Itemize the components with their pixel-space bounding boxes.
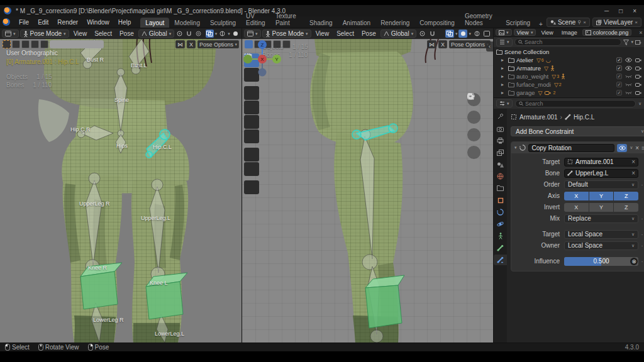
close-button[interactable]: × (633, 8, 636, 14)
mode-dropdown[interactable]: Pose Mode ▾ (262, 30, 311, 38)
maximize-button[interactable]: □ (619, 8, 623, 14)
proportional-edit-icon[interactable] (194, 30, 203, 38)
eye-open-icon[interactable] (625, 58, 632, 62)
tab-render[interactable] (494, 123, 507, 134)
tab-shading[interactable]: Shading (304, 18, 338, 28)
invert-y-toggle[interactable]: Y (589, 203, 614, 212)
tab-scripting[interactable]: Scripting (501, 18, 535, 28)
mode-dropdown[interactable]: Pose Mode ▾ (20, 30, 69, 38)
menu-render[interactable]: Render (53, 18, 82, 27)
invert-x-toggle[interactable]: X (564, 203, 589, 212)
panel-expand-icon[interactable]: ▾ (514, 145, 517, 150)
outliner-row-furface-modi[interactable]: ▸ furface_modi ▽2 ✓ (494, 80, 644, 89)
image-view-menu[interactable]: View (538, 30, 556, 36)
expand-icon[interactable]: ▸ (501, 82, 506, 87)
overlays-icon[interactable] (472, 30, 481, 38)
tab-texture-paint[interactable]: Texture Paint (270, 11, 304, 28)
pose-menu[interactable]: Pose (116, 30, 137, 37)
tab-tool[interactable] (494, 111, 507, 122)
tool-rotate[interactable] (244, 101, 259, 114)
tab-physics[interactable] (494, 219, 507, 229)
orientation-dropdown[interactable]: Global ▾ (138, 30, 174, 38)
overlays-icon[interactable] (218, 30, 226, 38)
editor-type-button[interactable]: ▾ (2, 30, 19, 38)
viewport-right-canvas[interactable]: Objects1 / 15 Bones1 / 110 (242, 39, 493, 343)
menu-help[interactable]: Help (114, 18, 136, 27)
tab-object-constraints[interactable] (494, 207, 507, 217)
camera-visibility-icon[interactable] (635, 82, 641, 87)
tab-sculpting[interactable]: Sculpting (205, 18, 241, 28)
perspective-toggle-button[interactable] (467, 146, 480, 159)
tool-pose-breakdowner[interactable] (244, 180, 259, 194)
shading-solid-icon[interactable] (458, 30, 467, 38)
space-owner-dropdown[interactable]: Local Space ∨ (564, 241, 638, 250)
blender-menu-icon[interactable] (3, 18, 10, 26)
outliner-row-atelier[interactable]: ▸ Atelier ▽6 ◡ ✓ (494, 56, 644, 64)
drag-handle-icon[interactable]: ≡ (641, 145, 644, 151)
animate-dot-icon[interactable]: · (638, 243, 644, 249)
expand-icon[interactable]: ▸ (501, 65, 506, 71)
editor-type-button[interactable]: ▾ (496, 29, 512, 36)
constraint-extras-icon[interactable]: ∨ (630, 145, 633, 150)
add-workspace-button[interactable]: + (535, 21, 547, 28)
camera-visibility-icon[interactable] (635, 74, 641, 79)
outliner-row-auto-weight[interactable]: ▸ auto_weight ▽3 ✓ (494, 72, 644, 80)
select-menu[interactable]: Select (333, 30, 357, 37)
tool-transform[interactable] (244, 129, 259, 143)
properties-search[interactable] (515, 100, 636, 107)
unlink-scene-icon[interactable]: × (583, 19, 586, 25)
eye-closed-icon[interactable] (625, 82, 632, 87)
snap-magnet-icon[interactable] (428, 30, 436, 38)
checkbox-icon[interactable]: ✓ (616, 57, 622, 63)
properties-search-input[interactable] (525, 101, 632, 107)
animate-dot-icon[interactable]: · (638, 216, 644, 222)
camera-visibility-icon[interactable] (635, 66, 641, 71)
axis-x-toggle[interactable]: X (564, 192, 589, 200)
pivot-point-button[interactable] (175, 30, 184, 38)
eye-closed-icon[interactable] (625, 90, 632, 95)
animate-dot-icon[interactable]: · (638, 182, 644, 188)
tab-compositing[interactable]: Compositing (414, 18, 460, 28)
checkbox-icon[interactable]: ✓ (616, 82, 622, 87)
expand-icon[interactable]: ▸ (501, 74, 506, 79)
checkbox-icon[interactable]: ✓ (616, 90, 622, 96)
tab-collection[interactable] (494, 183, 507, 194)
pose-menu[interactable]: Pose (358, 30, 379, 37)
scene-selector[interactable]: Scene ⚲ × (547, 18, 590, 27)
expand-icon[interactable]: ▸ (501, 90, 506, 96)
expand-icon[interactable]: ▸ (501, 57, 506, 63)
tab-view-layer[interactable] (494, 147, 507, 158)
render-preview-icon[interactable] (482, 30, 491, 38)
menu-file[interactable]: File (14, 18, 33, 27)
pin-scene-icon[interactable]: ⚲ (577, 19, 581, 25)
tab-layout[interactable]: Layout (140, 18, 169, 28)
constraint-enable-toggle[interactable] (617, 144, 627, 152)
unlink-image-icon[interactable]: × (639, 30, 642, 36)
shading-mode-icon[interactable] (231, 30, 240, 38)
editor-type-button[interactable]: ▾ (496, 99, 513, 107)
constraint-name-field[interactable]: Copy Rotation (528, 144, 615, 152)
clear-influence-icon[interactable]: ⊗ (630, 258, 638, 265)
eye-open-icon[interactable] (625, 66, 632, 70)
add-bone-constraint-button[interactable]: Add Bone Constraint ∨ (511, 126, 644, 136)
breadcrumb-object[interactable]: Armature.001 (519, 114, 558, 121)
viewlayer-selector[interactable]: ViewLayer × (592, 18, 641, 27)
tab-modeling[interactable]: Modeling (169, 18, 205, 28)
camera-view-button[interactable] (467, 128, 480, 141)
viewport-left-canvas[interactable]: User Orthographic [0] Armature.001 : Hip… (0, 39, 242, 343)
target-bone-field[interactable]: UpperLeg.L × (564, 169, 638, 178)
unlink-viewlayer-icon[interactable]: × (635, 19, 638, 25)
tool-move[interactable] (244, 86, 259, 100)
camera-visibility-icon[interactable] (635, 90, 641, 96)
target-object-field[interactable]: Armature.001 × (564, 158, 638, 167)
orientation-dropdown[interactable]: Global ▾ (380, 30, 416, 38)
filter-icon[interactable] (623, 40, 629, 45)
pivot-point-button[interactable] (418, 30, 426, 38)
image-mode-dropdown[interactable]: View ▾ (514, 29, 536, 36)
animate-dot-icon[interactable]: · (638, 231, 644, 238)
options-caret-icon[interactable]: ∨ (638, 101, 641, 106)
tab-object[interactable] (494, 195, 507, 206)
tab-scene[interactable] (494, 159, 507, 170)
animate-dot-icon[interactable]: · (638, 258, 644, 265)
tab-object-data[interactable] (494, 231, 507, 241)
